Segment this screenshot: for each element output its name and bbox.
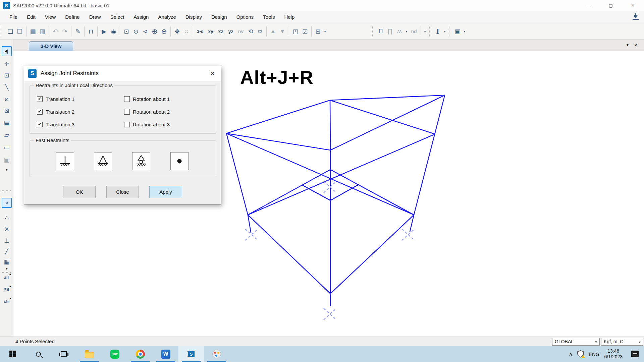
close-button[interactable]: ✕ [622, 0, 644, 11]
view-xz-button[interactable]: xz [216, 29, 226, 34]
display-options-icon[interactable]: ☑ [300, 26, 310, 37]
menu-edit[interactable]: Edit [22, 11, 40, 23]
menu-options[interactable]: Options [232, 11, 259, 23]
reference-points-icon[interactable]: ∷ [182, 26, 191, 37]
section-dropdown-icon[interactable]: ▾ [423, 29, 427, 33]
tray-chevron-icon[interactable]: ∧ [569, 351, 573, 357]
menu-bar: File Edit View Define Draw Select Assign… [0, 11, 644, 23]
minimize-button[interactable]: — [578, 0, 600, 11]
maximize-button[interactable]: ▢ [600, 0, 622, 11]
file-explorer-button[interactable] [76, 346, 102, 362]
language-indicator[interactable]: ENG [589, 351, 600, 357]
zoom-in-icon[interactable]: ⊕ [150, 26, 159, 37]
dialog-title-bar[interactable]: S Assign Joint Restraints ✕ [24, 66, 221, 81]
line-app-icon: LINE [110, 350, 119, 359]
redo-icon[interactable]: ↷ [60, 26, 69, 37]
i-section-dropdown-icon[interactable]: ▾ [442, 29, 447, 33]
line-app-button[interactable]: LINE [102, 346, 127, 362]
pinned-support-icon [96, 154, 110, 169]
menu-assign[interactable]: Assign [129, 11, 153, 23]
chrome-button[interactable] [127, 346, 153, 362]
new-model-icon[interactable]: ❏ [6, 26, 15, 37]
zoom-window-icon[interactable]: ⊡ [122, 26, 131, 37]
run-analysis-icon[interactable]: ▶ [99, 26, 109, 37]
rotate-3d-icon[interactable]: ⟲ [246, 26, 255, 37]
toolbar-grip [449, 26, 451, 37]
move-down-level-icon[interactable]: ▼ [278, 26, 287, 37]
view-xy-button[interactable]: xy [206, 29, 216, 34]
save-icon[interactable]: ▤ [28, 26, 38, 37]
tab-3d-view[interactable]: 3-D View [29, 41, 73, 51]
rotation-3-checkbox[interactable] [124, 122, 130, 127]
view-close-icon[interactable]: ✕ [634, 42, 638, 47]
chrome-icon [136, 350, 145, 359]
download-icon[interactable] [631, 12, 640, 21]
fast-restraint-pinned-button[interactable] [94, 152, 112, 170]
fast-restraints-label: Fast Restraints [34, 137, 71, 143]
rotation-1-checkbox[interactable] [124, 96, 130, 102]
fast-restraint-fixed-button[interactable] [56, 152, 74, 170]
translation-1-checkbox[interactable]: ✔ [37, 96, 43, 102]
move-up-level-icon[interactable]: ▲ [268, 26, 278, 37]
portal-frame-icon[interactable]: ∏ [385, 26, 395, 37]
pan-hand-icon[interactable]: ✥ [172, 26, 182, 37]
menu-file[interactable]: File [5, 11, 22, 23]
word-button[interactable]: W [153, 346, 178, 362]
print-icon[interactable]: ▥ [38, 26, 47, 37]
dialog-close-icon[interactable]: ✕ [210, 70, 215, 77]
sap2000-taskbar-button[interactable]: ✕ S [178, 346, 204, 362]
zoom-full-icon[interactable]: ⊙ [131, 26, 141, 37]
view-yz-button[interactable]: yz [226, 29, 236, 34]
assign-dropdown-icon[interactable]: ▾ [323, 29, 327, 33]
menu-view[interactable]: View [40, 11, 60, 23]
frame-section-icon[interactable]: Π [376, 26, 385, 37]
ok-button[interactable]: OK [63, 186, 96, 198]
assign-display-icon[interactable]: ⊞ [313, 26, 323, 37]
view-dropdown-icon[interactable]: ▾ [626, 42, 629, 47]
fast-restraint-free-button[interactable] [170, 152, 189, 170]
search-icon [36, 352, 41, 357]
menu-draw[interactable]: Draw [85, 11, 106, 23]
fast-restraint-roller-button[interactable] [132, 152, 150, 170]
zoom-previous-icon[interactable]: ⊲ [141, 26, 150, 37]
i-section-icon[interactable]: I [433, 26, 442, 37]
box-section-dropdown-icon[interactable]: ▾ [462, 29, 467, 33]
nd-button[interactable]: nd [409, 29, 419, 34]
restraints-group-label: Restraints in Joint Local Directions [34, 82, 114, 88]
view-3d-button[interactable]: 3-d [195, 29, 206, 34]
zoom-out-icon[interactable]: ⊖ [159, 26, 169, 37]
security-shield-icon[interactable] [577, 350, 584, 358]
close-dialog-button[interactable]: Close [106, 186, 139, 198]
open-file-icon[interactable]: ❐ [15, 26, 24, 37]
menu-display[interactable]: Display [181, 11, 207, 23]
units-dropdown[interactable]: Kgf, m, C ∨ [601, 338, 643, 346]
clock[interactable]: 13:48 6/1/2023 [604, 348, 623, 360]
menu-design[interactable]: Design [207, 11, 232, 23]
refresh-window-icon[interactable]: ✎ [73, 26, 83, 37]
coordinate-system-dropdown[interactable]: GLOBAL ∨ [552, 338, 600, 346]
lock-model-icon[interactable]: ⊓ [86, 26, 96, 37]
paint-button[interactable] [204, 346, 229, 362]
start-button[interactable] [0, 346, 25, 362]
search-button[interactable] [25, 346, 51, 362]
perspective-icon[interactable]: ∞ [255, 26, 265, 37]
menu-define[interactable]: Define [60, 11, 84, 23]
menu-tools[interactable]: Tools [258, 11, 279, 23]
apply-button[interactable]: Apply [149, 186, 182, 198]
menu-select[interactable]: Select [106, 11, 129, 23]
view-tab-bar: 3-D View ▾ ✕ [13, 40, 644, 51]
undo-icon[interactable]: ↶ [51, 26, 60, 37]
task-view-button[interactable] [51, 346, 76, 362]
menu-help[interactable]: Help [279, 11, 299, 23]
box-section-icon[interactable]: ▣ [453, 26, 462, 37]
translation-2-checkbox[interactable]: ✔ [37, 109, 43, 115]
rotation-2-checkbox[interactable] [124, 109, 130, 115]
cable-dropdown-icon[interactable]: ▾ [404, 29, 409, 33]
cable-shape-icon[interactable]: ʍ [395, 26, 404, 37]
action-center-icon[interactable] [631, 351, 639, 357]
view-nv-button[interactable]: nv [236, 29, 246, 34]
run-auto-icon[interactable]: ◉ [109, 26, 118, 37]
select-poly-icon[interactable]: ◰ [291, 26, 300, 37]
translation-3-checkbox[interactable]: ✔ [37, 122, 43, 127]
menu-analyze[interactable]: Analyze [153, 11, 180, 23]
